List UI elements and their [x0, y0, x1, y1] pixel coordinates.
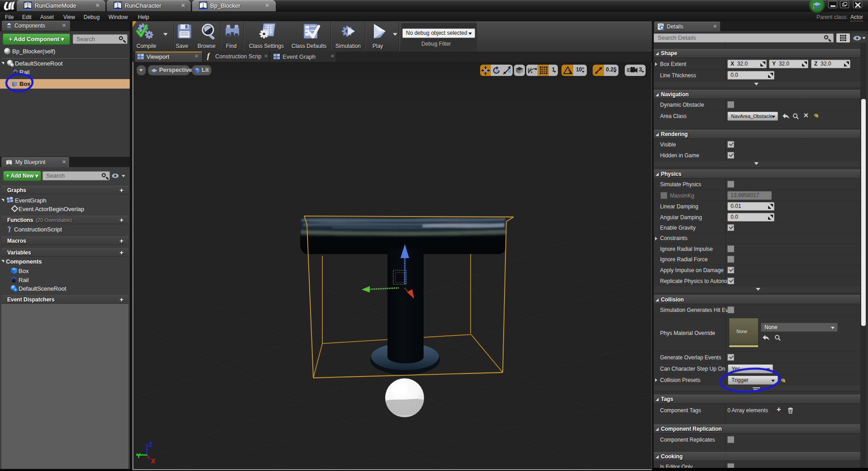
svg-text:Z: Z	[149, 441, 153, 448]
svg-text:Y: Y	[137, 452, 141, 459]
svg-text:X: X	[151, 457, 156, 465]
